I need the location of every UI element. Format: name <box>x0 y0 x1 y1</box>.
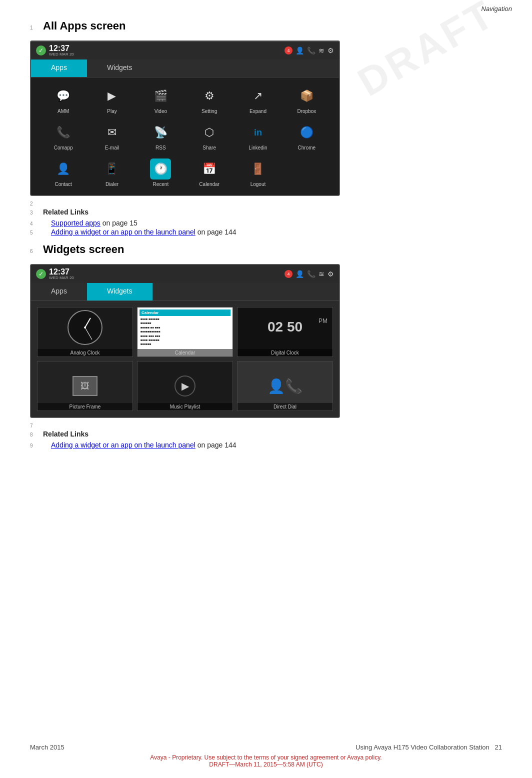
add-widget-suffix-1: on page 144 <box>198 228 236 236</box>
all-apps-device-screenshot: ✓ 12:37 WED MAR 20 4 👤 📞 ≋ ⚙ Apps Widget… <box>30 40 340 196</box>
analog-clock-label: Analog Clock <box>38 349 132 356</box>
app-share[interactable]: ⬡ Share <box>187 122 232 150</box>
line-num-6: 6 <box>30 248 40 254</box>
analog-clock-visual <box>68 310 102 345</box>
related-links-heading-1: Related Links <box>43 208 88 216</box>
digital-clock-pm: PM <box>318 318 328 324</box>
app-video[interactable]: 🎬 Video <box>138 86 183 114</box>
widget-direct-dial[interactable]: 👤📞 Direct Dial <box>237 361 333 411</box>
app-comapp[interactable]: 📞 Comapp <box>41 122 86 150</box>
widgets-status-date: WED MAR 20 <box>49 276 74 280</box>
widgets-tab-bar: Apps Widgets <box>31 283 339 301</box>
widgets-widgets-tab[interactable]: Widgets <box>87 283 152 300</box>
app-dropbox[interactable]: 📦 Dropbox <box>284 86 329 114</box>
rss-label: RSS <box>156 145 166 150</box>
share-label: Share <box>202 145 216 150</box>
play-icon: ▶ <box>102 86 122 106</box>
widgets-notification-badge: 4 <box>284 270 292 278</box>
notification-badge: 4 <box>284 46 292 54</box>
signal-icon: ≋ <box>318 46 324 54</box>
app-rss[interactable]: 📡 RSS <box>138 122 183 150</box>
widget-picture-frame[interactable]: 🖼 Picture Frame <box>37 361 133 411</box>
share-icon: ⬡ <box>199 122 220 143</box>
picture-frame-inner: 🖼 <box>72 376 98 396</box>
widgets-apps-tab[interactable]: Apps <box>31 283 87 300</box>
widget-calendar[interactable]: Calendar ■■■■ ■■■■■■ ■■■■■■ ■■■■■ ■■ ■■■… <box>137 307 233 357</box>
status-date: WED MAR 20 <box>49 52 74 56</box>
widgets-status-bar: ✓ 12:37 WED MAR 20 4 👤 📞 ≋ ⚙ <box>31 265 339 283</box>
widget-analog-clock[interactable]: Analog Clock <box>37 307 133 357</box>
linkedin-icon: in <box>248 122 268 143</box>
line-7-row: 7 <box>30 421 502 429</box>
add-widget-suffix-2: on page 144 <box>198 441 236 449</box>
person-icon: 👤 <box>296 46 304 54</box>
calendar-widget-header: Calendar <box>140 310 230 316</box>
related-links-heading-2: Related Links <box>43 430 88 438</box>
all-apps-status-bar: ✓ 12:37 WED MAR 20 4 👤 📞 ≋ ⚙ <box>31 42 339 60</box>
comapp-label: Comapp <box>54 145 73 150</box>
link-row-9: 9 Adding a widget or an app on the launc… <box>30 441 502 449</box>
link-row-4: 4 Supported apps on page 15 <box>30 219 502 227</box>
widgets-related-links: 8 Related Links 9 Adding a widget or an … <box>30 430 502 449</box>
line-num-9: 9 <box>30 443 40 448</box>
app-chrome[interactable]: 🔵 Chrome <box>284 122 329 150</box>
widgets-status-time-block: 12:37 WED MAR 20 <box>49 268 74 280</box>
widget-digital-clock[interactable]: 02 50 PM Digital Clock <box>237 307 333 357</box>
line-num-8: 8 <box>30 432 40 438</box>
header-title: Navigation <box>482 5 512 12</box>
clock-center-dot <box>84 326 86 328</box>
app-recent[interactable]: 🕐 Recent <box>138 158 183 187</box>
app-dialer[interactable]: 📱 Dialer <box>90 158 134 187</box>
contact-label: Contact <box>54 182 72 187</box>
direct-dial-label: Direct Dial <box>238 403 332 410</box>
page-footer: March 2015 Using Avaya H175 Video Collab… <box>0 744 532 768</box>
widget-music-playlist[interactable]: ▶ Music Playlist <box>137 361 233 411</box>
setting-label: Setting <box>202 108 217 114</box>
app-play[interactable]: ▶ Play <box>90 86 134 114</box>
app-setting[interactable]: ⚙ Setting <box>187 86 232 114</box>
app-calendar[interactable]: 📅 Calendar <box>187 158 232 187</box>
app-logout[interactable]: 🚪 Logout <box>236 158 280 187</box>
status-time: 12:37 <box>49 44 74 52</box>
calendar-widget-body: ■■■■ ■■■■■■ ■■■■■■ ■■■■■ ■■ ■■■ ■■■■■■■■… <box>140 316 230 348</box>
comapp-icon: 📞 <box>53 122 74 143</box>
picture-frame-label: Picture Frame <box>38 403 132 410</box>
app-linkedin[interactable]: in Linkedin <box>236 122 280 150</box>
apps-tab[interactable]: Apps <box>31 60 87 77</box>
setting-icon: ⚙ <box>199 86 220 106</box>
app-expand[interactable]: ↗ Expand <box>236 86 280 114</box>
linkedin-label: Linkedin <box>248 145 267 150</box>
widgets-status-time: 12:37 <box>49 268 74 276</box>
app-contact[interactable]: 👤 Contact <box>41 158 86 187</box>
app-amm[interactable]: 💬 AMM <box>41 86 86 114</box>
widgets-tab[interactable]: Widgets <box>87 60 152 77</box>
widgets-settings-icon: ⚙ <box>328 270 334 278</box>
add-widget-link-2[interactable]: Adding a widget or an app on the launch … <box>51 441 196 449</box>
dropbox-label: Dropbox <box>297 108 316 114</box>
line-num-2: 2 <box>30 201 40 206</box>
line-num-5: 5 <box>30 230 40 236</box>
music-playlist-label: Music Playlist <box>138 403 232 410</box>
line-2-row: 2 <box>30 199 502 207</box>
add-widget-link-1[interactable]: Adding a widget or an app on the launch … <box>51 228 196 236</box>
all-apps-heading: All Apps screen <box>43 20 126 32</box>
all-apps-related-links: 3 Related Links 4 Supported apps on page… <box>30 208 502 236</box>
footer-legal-line1: Avaya - Proprietary. Use subject to the … <box>0 754 532 761</box>
all-apps-section: 1 All Apps screen <box>30 18 502 38</box>
email-label: E-mail <box>105 145 119 150</box>
widgets-device-screenshot: ✓ 12:37 WED MAR 20 4 👤 📞 ≋ ⚙ Apps Widget… <box>30 264 340 418</box>
status-time-block: 12:37 WED MAR 20 <box>49 44 74 56</box>
all-apps-tab-bar: Apps Widgets <box>31 60 339 78</box>
app-email[interactable]: ✉ E-mail <box>90 122 134 150</box>
widgets-person-icon: 👤 <box>296 270 304 278</box>
widgets-section: 6 Widgets screen <box>30 241 502 262</box>
supported-apps-link[interactable]: Supported apps <box>51 219 100 227</box>
widgets-phone-icon: 📞 <box>307 270 316 278</box>
digital-clock-visual: 02 50 <box>268 320 302 334</box>
recent-icon: 🕐 <box>150 158 171 180</box>
supported-apps-suffix: on page 15 <box>102 219 138 227</box>
video-label: Video <box>154 108 167 114</box>
status-right: 4 👤 📞 ≋ ⚙ <box>284 46 334 54</box>
widgets-heading: Widgets screen <box>43 243 124 256</box>
footer-center: Using Avaya H175 Video Collaboration Sta… <box>356 744 502 751</box>
